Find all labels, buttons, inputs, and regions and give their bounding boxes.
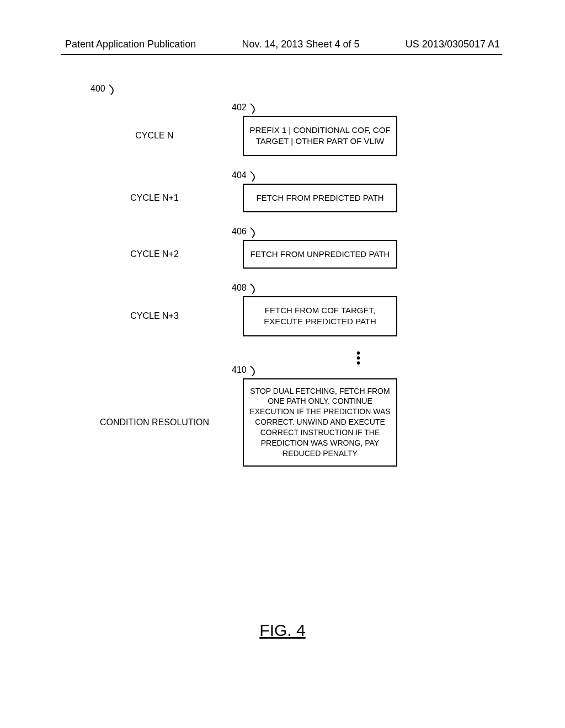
ref-402-number: 402	[232, 103, 247, 112]
ref-400-number: 400	[90, 84, 105, 93]
label-cycle-n: CYCLE N	[83, 131, 243, 141]
ref-406-number: 406	[232, 227, 247, 236]
label-cycle-n1: CYCLE N+1	[83, 193, 243, 203]
ref-408-number: 408	[232, 283, 247, 292]
ref-400: 400	[90, 84, 116, 94]
row-condition-resolution: CONDITION RESOLUTION 410 STOP DUAL FETCH…	[83, 378, 441, 467]
row-cycle-n2: CYCLE N+2 406 FETCH FROM UNPREDICTED PAT…	[83, 240, 441, 269]
box-402: PREFIX 1 | CONDITIONAL COF, COF TARGET |…	[243, 116, 397, 156]
ref-408: 408	[232, 283, 258, 293]
ref-406: 406	[232, 227, 258, 237]
label-cycle-n3: CYCLE N+3	[83, 311, 243, 321]
figure-caption: FIG. 4	[0, 621, 565, 640]
ref-404: 404	[232, 170, 258, 180]
box-404: FETCH FROM PREDICTED PATH	[243, 184, 397, 212]
label-cycle-n2: CYCLE N+2	[83, 249, 243, 259]
row-cycle-n1: CYCLE N+1 404 FETCH FROM PREDICTED PATH	[83, 184, 441, 212]
leader-hook-icon	[246, 103, 257, 114]
box-col-410: 410 STOP DUAL FETCHING, FETCH FROM ONE P…	[243, 378, 397, 467]
row-cycle-n3: CYCLE N+3 408 FETCH FROM COF TARGET, EXE…	[83, 296, 441, 336]
header-right: US 2013/0305017 A1	[406, 39, 500, 50]
box-col-402: 402 PREFIX 1 | CONDITIONAL COF, COF TARG…	[243, 116, 397, 156]
leader-hook-icon	[246, 227, 257, 238]
pipeline-diagram: 400 CYCLE N 402 PREFIX 1 | CONDITIONAL C…	[83, 99, 441, 494]
header-mid: Nov. 14, 2013 Sheet 4 of 5	[242, 39, 360, 50]
ref-410: 410	[232, 365, 258, 375]
leader-hook-icon	[246, 365, 257, 376]
ref-402: 402	[232, 103, 258, 113]
leader-hook-icon	[246, 170, 257, 181]
box-col-404: 404 FETCH FROM PREDICTED PATH	[243, 184, 397, 212]
label-condition-resolution: CONDITION RESOLUTION	[83, 417, 243, 427]
row-cycle-n: CYCLE N 402 PREFIX 1 | CONDITIONAL COF, …	[83, 116, 441, 156]
header-rule	[61, 54, 502, 55]
box-410: STOP DUAL FETCHING, FETCH FROM ONE PATH …	[243, 378, 397, 467]
page-header: Patent Application Publication Nov. 14, …	[0, 39, 565, 50]
header-left: Patent Application Publication	[65, 39, 196, 50]
box-408: FETCH FROM COF TARGET, EXECUTE PREDICTED…	[243, 296, 397, 336]
box-col-406: 406 FETCH FROM UNPREDICTED PATH	[243, 240, 397, 269]
box-col-408: 408 FETCH FROM COF TARGET, EXECUTE PREDI…	[243, 296, 397, 336]
leader-hook-icon	[105, 84, 116, 95]
ref-404-number: 404	[232, 170, 247, 180]
vertical-ellipsis-icon: •••	[83, 356, 441, 378]
ref-410-number: 410	[232, 365, 247, 374]
box-406: FETCH FROM UNPREDICTED PATH	[243, 240, 397, 269]
leader-hook-icon	[246, 283, 257, 295]
